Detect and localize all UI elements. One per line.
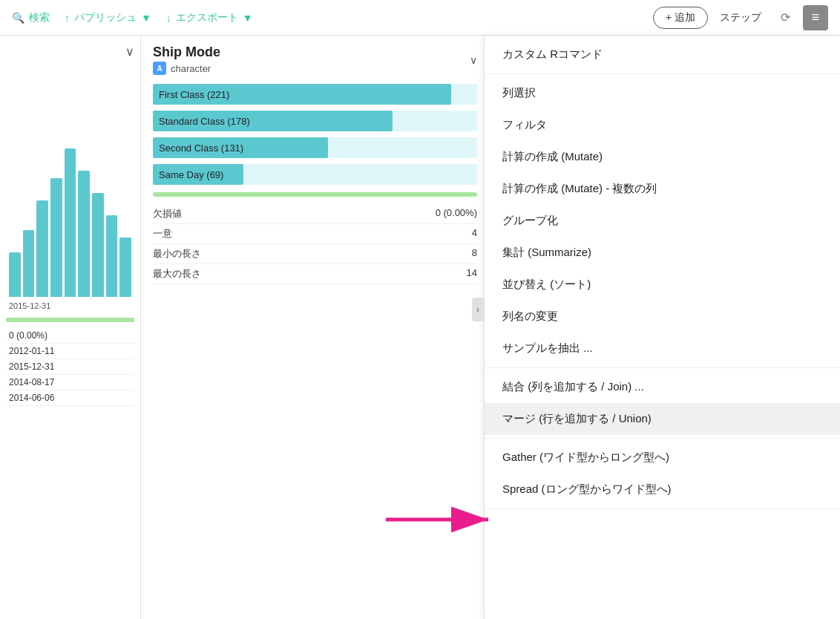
- value-bar-row-1: First Class (221): [153, 84, 477, 105]
- menu-icon: ≡: [812, 10, 820, 25]
- bar-2: [23, 230, 35, 297]
- menu-section-1: カスタム Rコマンド: [485, 36, 840, 74]
- refresh-icon: ⟳: [781, 10, 790, 24]
- publish-icon: ↑: [65, 12, 70, 24]
- menu-item-sort[interactable]: 並び替え (ソート): [485, 269, 840, 301]
- stat-missing-label: 欠損値: [153, 207, 182, 220]
- side-expand-button[interactable]: ›: [472, 298, 484, 321]
- stat-max-len-label: 最大の長さ: [153, 267, 201, 281]
- menu-item-mutate[interactable]: 計算の作成 (Mutate): [485, 141, 840, 173]
- stat-max-len-value: 14: [467, 267, 477, 281]
- stat-max-len: 最大の長さ 14: [153, 264, 477, 284]
- stat-missing-value: 0 (0.00%): [436, 207, 477, 220]
- stat-min-len-label: 最小の長さ: [153, 247, 201, 261]
- column-title: Ship Mode: [153, 45, 220, 60]
- publish-button[interactable]: ↑ パブリッシュ ▼: [65, 11, 151, 24]
- search-icon: 🔍: [12, 12, 24, 24]
- export-button[interactable]: ↓ エクスポート ▼: [166, 11, 253, 24]
- bar-9: [119, 238, 131, 297]
- pink-arrow-annotation: [386, 503, 497, 538]
- publish-chevron-icon: ▼: [141, 12, 151, 24]
- bar-5: [65, 148, 76, 297]
- menu-item-gather[interactable]: Gather (ワイド型からロング型へ): [485, 442, 840, 474]
- column-header: Ship Mode A character ∨: [153, 45, 477, 75]
- center-green-progress: [153, 192, 477, 197]
- value-bar-label-1: First Class (221): [159, 89, 229, 100]
- left-stat-row-2: 2012-01-11: [6, 344, 134, 359]
- menu-item-group[interactable]: グループ化: [485, 205, 840, 237]
- menu-item-filter[interactable]: フィルタ: [485, 109, 840, 141]
- export-icon: ↓: [166, 12, 171, 24]
- menu-button[interactable]: ≡: [803, 5, 828, 30]
- left-collapse-button[interactable]: ∨: [125, 45, 134, 59]
- stat-missing: 欠損値 0 (0.00%): [153, 204, 477, 224]
- export-label: エクスポート: [176, 11, 238, 24]
- value-bar-label-3: Second Class (131): [159, 143, 243, 154]
- menu-item-join[interactable]: 結合 (列を追加する / Join) ...: [485, 371, 840, 403]
- stat-min-len: 最小の長さ 8: [153, 244, 477, 264]
- bar-4: [50, 178, 62, 297]
- left-stat-row-5: 2014-06-06: [6, 390, 134, 406]
- green-progress-bar: [6, 318, 134, 322]
- add-button[interactable]: + 追加: [653, 7, 708, 29]
- menu-item-spread[interactable]: Spread (ロング型からワイド型へ): [485, 474, 840, 505]
- menu-section-4: Gather (ワイド型からロング型へ) Spread (ロング型からワイド型へ…: [485, 439, 840, 509]
- column-collapse-button[interactable]: ∨: [470, 54, 477, 66]
- toolbar: 🔍 検索 ↑ パブリッシュ ▼ ↓ エクスポート ▼ + 追加 ステップ ⟳ ≡: [0, 0, 840, 36]
- value-bars: First Class (221) Standard Class (178) S…: [153, 84, 477, 185]
- bar-chart: [6, 59, 134, 297]
- menu-item-col-select[interactable]: 列選択: [485, 77, 840, 109]
- publish-label: パブリッシュ: [74, 11, 137, 24]
- menu-item-rename[interactable]: 列名の変更: [485, 301, 840, 333]
- search-button[interactable]: 🔍 検索: [12, 11, 50, 24]
- toolbar-left: 🔍 検索 ↑ パブリッシュ ▼ ↓ エクスポート ▼: [12, 11, 638, 24]
- bar-7: [92, 193, 104, 297]
- bar-8: [106, 215, 118, 297]
- bar-1: [9, 252, 21, 297]
- chart-date-label: 2015-12-31: [6, 297, 134, 315]
- stat-unique-label: 一意: [153, 227, 172, 240]
- menu-item-custom-r[interactable]: カスタム Rコマンド: [485, 39, 840, 71]
- left-stat-rows: 0 (0.00%) 2012-01-11 2015-12-31 2014-08-…: [6, 328, 134, 406]
- value-bar-label-2: Standard Class (178): [159, 116, 250, 127]
- type-icon: A: [153, 62, 166, 75]
- left-stat-row-3: 2015-12-31: [6, 359, 134, 375]
- bar-3: [36, 200, 48, 297]
- menu-section-3: 結合 (列を追加する / Join) ... マージ (行を追加する / Uni…: [485, 368, 840, 439]
- menu-item-union[interactable]: マージ (行を追加する / Union): [485, 403, 840, 435]
- refresh-button[interactable]: ⟳: [773, 6, 797, 30]
- value-bar-row-4: Same Day (69): [153, 164, 477, 185]
- value-bar-row-2: Standard Class (178): [153, 111, 477, 131]
- stat-min-len-value: 8: [472, 247, 477, 261]
- side-expand-icon: ›: [476, 304, 479, 315]
- column-subtitle: A character: [153, 62, 220, 75]
- left-stat-row-4: 2014-08-17: [6, 375, 134, 390]
- column-title-group: Ship Mode A character: [153, 45, 220, 75]
- value-bar-label-4: Same Day (69): [159, 169, 223, 180]
- search-label: 検索: [29, 11, 50, 24]
- stat-unique-value: 4: [472, 227, 477, 240]
- menu-item-summarize[interactable]: 集計 (Summarize): [485, 237, 840, 269]
- dropdown-menu: カスタム Rコマンド 列選択 フィルタ 計算の作成 (Mutate) 計算の作成…: [484, 36, 840, 619]
- left-panel: ∨ 2015-12-31 0 (0.00%) 2012-01-11: [0, 36, 141, 619]
- toolbar-right: + 追加 ステップ ⟳ ≡: [653, 5, 828, 30]
- menu-item-sample[interactable]: サンプルを抽出 ...: [485, 333, 840, 364]
- value-bar-row-3: Second Class (131): [153, 137, 477, 158]
- center-stats: 欠損値 0 (0.00%) 一意 4 最小の長さ 8 最大の長さ 14: [153, 204, 477, 284]
- step-button[interactable]: ステップ: [714, 7, 767, 28]
- menu-item-mutate-multi[interactable]: 計算の作成 (Mutate) - 複数の列: [485, 173, 840, 205]
- menu-section-2: 列選択 フィルタ 計算の作成 (Mutate) 計算の作成 (Mutate) -…: [485, 74, 840, 368]
- column-type-label: character: [171, 63, 211, 74]
- export-chevron-icon: ▼: [243, 12, 253, 24]
- left-stat-row-1: 0 (0.00%): [6, 328, 134, 344]
- stat-unique: 一意 4: [153, 224, 477, 244]
- bar-6: [78, 171, 90, 297]
